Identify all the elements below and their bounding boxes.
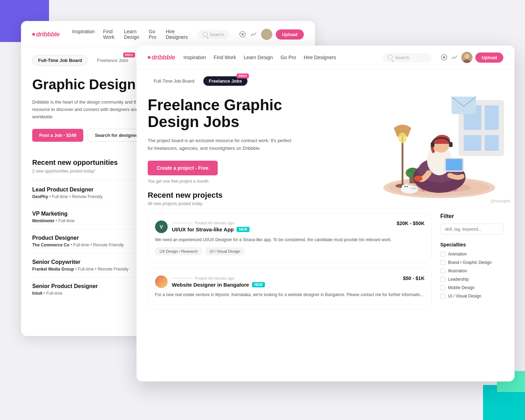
svg-point-15 [464, 54, 469, 59]
avatar: V [155, 220, 168, 233]
back-logo: dribbble [32, 31, 59, 38]
new-badge: NEW [237, 227, 250, 232]
chart-icon[interactable] [451, 54, 458, 61]
svg-point-11 [241, 33, 244, 35]
post-time: Posted 43 minutes ago [195, 276, 234, 280]
front-tab-fulltime[interactable]: Full-Time Job Board [148, 76, 201, 86]
meta-bar [172, 278, 193, 279]
project-header: Posted 43 minutes ago Website Designer i… [155, 275, 425, 288]
back-nav-learndesign[interactable]: Learn Design [124, 29, 140, 40]
back-nav-inspiration[interactable]: Inspiration [72, 29, 95, 40]
front-hero-left: Freelance Graphic Design Jobs The projec… [148, 97, 330, 184]
settings-icon[interactable] [239, 30, 246, 38]
checkbox-illustration[interactable] [440, 268, 445, 273]
filter-search-input[interactable] [440, 224, 503, 235]
search-icon [388, 55, 393, 60]
project-header: V Posted 40 minutes ago UI/UX for Strava… [155, 220, 425, 233]
back-nav-icons: Upload [239, 29, 304, 40]
front-pro-badge: PRO+ [237, 74, 249, 78]
svg-rect-38 [449, 142, 453, 147]
project-title[interactable]: UI/UX for Strava-like App [172, 226, 234, 232]
front-tab-freelance[interactable]: Freelance Jobs PRO+ [203, 76, 248, 86]
checkbox-ui-visual[interactable] [440, 294, 445, 299]
svg-rect-40 [446, 159, 462, 170]
front-hero-illustration: @hoangpts [374, 86, 514, 205]
back-avatar[interactable] [261, 29, 272, 40]
back-nav-links: Inspiration Find Work Learn Design Go Pr… [72, 29, 188, 40]
project-title-row: UI/UX for Strava-like App NEW [172, 226, 250, 232]
front-search[interactable]: Search [383, 53, 432, 62]
project-desc: For a new real estate venture in Mysore,… [155, 292, 425, 298]
svg-rect-21 [485, 135, 499, 151]
svg-point-47 [406, 186, 408, 187]
filter-title: Filter [440, 213, 503, 219]
hero-svg [374, 86, 514, 205]
front-upload-button[interactable]: Upload [475, 52, 503, 63]
project-item: V Posted 40 minutes ago UI/UX for Strava… [148, 213, 432, 262]
project-item: Posted 43 minutes ago Website Designer i… [148, 268, 432, 310]
project-info: Posted 43 minutes ago Website Designer i… [172, 276, 265, 288]
back-upload-button[interactable]: Upload [276, 29, 304, 40]
svg-point-30 [398, 133, 407, 143]
specialty-item: Brand / Graphic Design [440, 260, 503, 265]
specialty-label: Brand / Graphic Design [448, 260, 492, 265]
project-price: $20K - $50K [397, 220, 425, 226]
search-icon [203, 32, 208, 37]
settings-icon[interactable] [440, 54, 448, 61]
chart-icon[interactable] [250, 30, 258, 38]
new-badge: NEW [252, 282, 265, 287]
post-job-button[interactable]: Post a Job - $249 [32, 129, 83, 142]
checkbox-animation[interactable] [440, 252, 445, 257]
project-meta: Posted 43 minutes ago [172, 276, 265, 280]
svg-point-43 [402, 184, 410, 190]
back-hero-desc: Dribbble is the heart of the design comm… [32, 99, 151, 120]
front-nav-gopro[interactable]: Go Pro [280, 55, 296, 60]
back-nav-gopro[interactable]: Go Pro [149, 29, 158, 40]
project-price: $50 - $1K [403, 275, 425, 281]
svg-rect-20 [464, 135, 481, 151]
free-note: You get one free project a month [148, 179, 330, 184]
back-nav-hiredesigners[interactable]: Hire Designers [166, 29, 188, 40]
checkbox-mobile[interactable] [440, 285, 445, 290]
back-tab-freelance[interactable]: Freelance Jobs PRO+ [91, 55, 134, 65]
back-search-label: Search [210, 32, 224, 37]
project-title-row: Website Designer in Bangalore NEW [172, 282, 265, 288]
front-hero: Freelance Graphic Design Jobs The projec… [136, 86, 514, 191]
svg-point-41 [414, 176, 422, 181]
front-logo: dribbble [148, 54, 175, 61]
front-nav-findwork[interactable]: Find Work [214, 55, 236, 60]
front-tabs: Full-Time Job Board Freelance Jobs PRO+ [136, 70, 514, 86]
specialty-list: Animation Brand / Graphic Design Illustr… [440, 252, 503, 299]
project-info: Posted 40 minutes ago UI/UX for Strava-l… [172, 221, 250, 232]
front-nav-hiredesigners[interactable]: Hire Designers [304, 55, 336, 60]
specialties-title: Specialties [440, 242, 503, 247]
specialty-item: Illustration [440, 268, 503, 273]
back-tab-fulltime[interactable]: Full-Time Job Board [32, 55, 88, 66]
specialty-item: Animation [440, 252, 503, 257]
front-projects: Recent new projects 46 new projects post… [136, 191, 514, 315]
front-avatar[interactable] [461, 52, 472, 63]
svg-rect-19 [485, 105, 499, 130]
back-search[interactable]: Search [198, 30, 229, 39]
tag[interactable]: UI / Visual Design [205, 247, 245, 255]
filter-sidebar: Filter Specialties Animation Brand / Gra… [440, 213, 503, 315]
specialty-label: Leadership [448, 277, 469, 282]
front-nav-learndesign[interactable]: Learn Design [244, 55, 273, 60]
checkbox-leadership[interactable] [440, 277, 445, 282]
tag[interactable]: UX Design / Research [155, 247, 202, 255]
checkbox-brand[interactable] [440, 260, 445, 265]
project-title[interactable]: Website Designer in Bangalore [172, 282, 249, 288]
projects-layout: V Posted 40 minutes ago UI/UX for Strava… [148, 213, 503, 315]
meta-bar [172, 222, 193, 224]
specialty-label: Animation [448, 252, 467, 257]
front-search-label: Search [395, 55, 409, 60]
front-hero-title: Freelance Graphic Design Jobs [148, 97, 330, 131]
back-nav-findwork[interactable]: Find Work [103, 29, 116, 40]
front-nav-icons: Upload [440, 52, 503, 63]
project-user: V Posted 40 minutes ago UI/UX for Strava… [155, 220, 250, 233]
create-project-button[interactable]: Create a project - Free [148, 161, 218, 175]
avatar [155, 275, 168, 288]
svg-point-13 [443, 56, 445, 58]
front-nav-inspiration[interactable]: Inspiration [183, 55, 206, 60]
front-hero-desc: The project board is an exclusive resour… [148, 137, 295, 152]
